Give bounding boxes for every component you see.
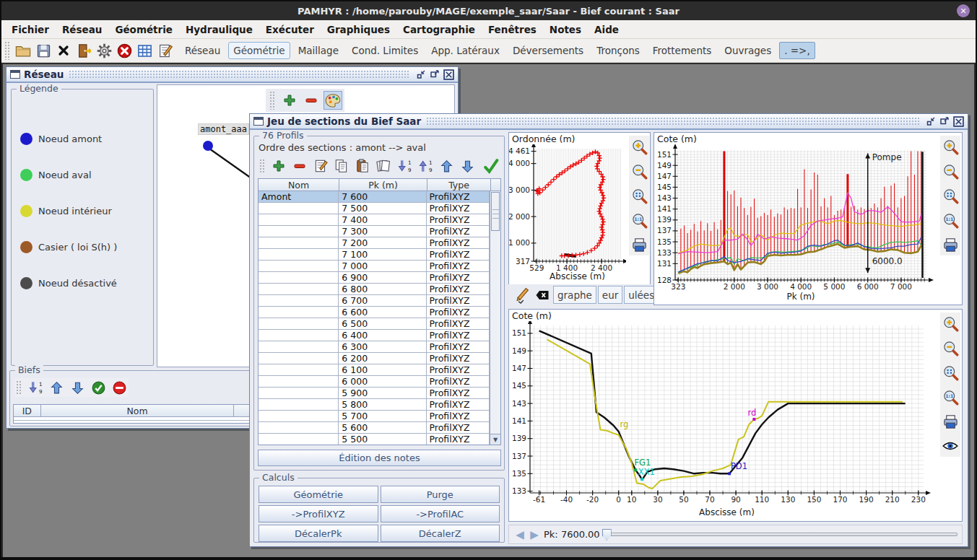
apply-check-icon[interactable] xyxy=(482,157,500,175)
menu-hydraulique[interactable]: Hydraulique xyxy=(180,22,259,38)
zoom-out-icon[interactable] xyxy=(941,338,960,357)
eye-icon[interactable] xyxy=(941,437,960,455)
win-min-icon[interactable] xyxy=(925,116,937,127)
cell[interactable] xyxy=(259,284,339,294)
move-up-icon[interactable] xyxy=(47,378,66,397)
biefs-column-nom[interactable]: Nom xyxy=(41,405,235,416)
gear-icon[interactable] xyxy=(95,41,113,60)
plan-tab-eur[interactable]: eur xyxy=(598,286,622,304)
calc-button-d-calerpk[interactable]: DécalerPk xyxy=(259,525,378,542)
section-row[interactable]: 5 700ProfilXYZ xyxy=(259,411,490,422)
toolbar-button-g-om-trie[interactable]: Géométrie xyxy=(228,42,290,59)
cell[interactable]: ProfilXYZ xyxy=(427,353,490,364)
toolbar-button-r-seau[interactable]: Réseau xyxy=(180,42,225,59)
app-titlebar[interactable]: PAMHYR : /home/parouby/MAGE/exemple_saar… xyxy=(1,1,976,20)
section-row[interactable]: 7 100ProfilXYZ xyxy=(259,249,490,261)
scrollbar-thumb[interactable] xyxy=(491,192,500,231)
cell[interactable]: 5 700 xyxy=(339,411,426,421)
paste-icon[interactable] xyxy=(353,157,372,175)
cell[interactable] xyxy=(259,295,339,306)
cell[interactable] xyxy=(259,353,339,364)
zoom-fit-icon[interactable] xyxy=(941,186,960,205)
door-exit-icon[interactable] xyxy=(74,41,93,60)
add-plus-icon[interactable] xyxy=(280,91,299,110)
cell[interactable]: 5 500 xyxy=(339,434,426,445)
cell[interactable]: ProfilXYZ xyxy=(427,272,490,283)
menu-fichier[interactable]: Fichier xyxy=(6,22,55,38)
edit-pencil-icon[interactable] xyxy=(513,286,531,305)
section-row[interactable]: 7 300ProfilXYZ xyxy=(259,226,490,237)
zoom-1-1-icon[interactable]: 1:1 xyxy=(941,388,960,406)
cell[interactable]: 6 100 xyxy=(339,364,426,375)
cross-section-plot[interactable]: -61-40-200103050709011013015017019021023… xyxy=(509,321,932,520)
cross-section-panel[interactable]: Cote (m) -61-40-200103050709011013015017… xyxy=(508,309,963,522)
zoom-fit-icon[interactable] xyxy=(630,186,648,205)
cell[interactable]: ProfilXYZ xyxy=(427,191,490,202)
cell[interactable] xyxy=(259,261,339,271)
cell[interactable]: ProfilXYZ xyxy=(427,318,490,329)
cell[interactable]: 6 300 xyxy=(339,341,426,352)
section-row[interactable]: 6 400ProfilXYZ xyxy=(259,330,490,341)
calc-button--profilxyz[interactable]: ->ProfilXYZ xyxy=(259,505,378,522)
section-row[interactable]: 6 500ProfilXYZ xyxy=(259,318,490,330)
win-close-icon[interactable] xyxy=(443,69,454,80)
stop-icon[interactable] xyxy=(115,41,134,60)
toolbar-button-app-lat-raux[interactable]: App. Latéraux xyxy=(426,42,505,59)
toolbar-drag-handle[interactable] xyxy=(4,41,11,60)
cell[interactable] xyxy=(259,237,339,248)
section-row[interactable]: 5 800ProfilXYZ xyxy=(259,399,490,411)
toolbar-button-tron-ons[interactable]: Tronçons xyxy=(591,42,645,59)
cell[interactable]: 6 900 xyxy=(339,272,426,283)
cell[interactable]: 5 800 xyxy=(339,399,426,410)
cell[interactable]: 6 600 xyxy=(339,307,426,318)
section-row[interactable]: 5 900ProfilXYZ xyxy=(259,388,490,399)
add-plus-icon[interactable] xyxy=(269,157,288,175)
pk-slider-thumb[interactable] xyxy=(602,529,612,541)
cell[interactable] xyxy=(259,341,339,352)
cell[interactable]: ProfilXYZ xyxy=(427,249,490,260)
menu-fenêtres[interactable]: Fenêtres xyxy=(482,22,542,38)
sections-column-nom[interactable]: Nom xyxy=(259,179,339,191)
calc-button-purge[interactable]: Purge xyxy=(381,486,500,503)
remove-minus-icon[interactable] xyxy=(290,157,309,175)
cell[interactable]: ProfilXYZ xyxy=(427,261,490,271)
reseau-window-titlebar[interactable]: Réseau xyxy=(6,67,458,83)
menu-graphiques[interactable]: Graphiques xyxy=(321,22,396,38)
copy-icon[interactable] xyxy=(332,157,351,175)
sort-down-icon[interactable]: 19 xyxy=(26,378,45,397)
cell[interactable]: ProfilXYZ xyxy=(427,422,490,433)
biefs-column-id[interactable]: ID xyxy=(14,405,41,416)
cell[interactable]: ProfilXYZ xyxy=(427,399,490,410)
cell[interactable] xyxy=(259,364,339,375)
section-row[interactable]: 6 700ProfilXYZ xyxy=(259,295,490,307)
move-up-icon[interactable] xyxy=(437,157,456,175)
plan-view-plot[interactable]: 5291 4002 4003171 0002 0003 0004 0004 46… xyxy=(509,144,626,284)
zoom-in-icon[interactable] xyxy=(941,137,960,156)
zoom-out-icon[interactable] xyxy=(941,162,960,180)
table-scrollbar[interactable]: ▼ xyxy=(490,191,500,445)
remove-minus-icon[interactable] xyxy=(302,91,321,110)
toolbar-button-frottements[interactable]: Frottements xyxy=(648,42,717,59)
cell[interactable] xyxy=(259,272,339,283)
move-down-icon[interactable] xyxy=(68,378,87,397)
cell[interactable] xyxy=(259,399,339,410)
section-row[interactable]: 5 600ProfilXYZ xyxy=(259,422,490,434)
sections-window-titlebar[interactable]: Jeu de sections du Bief Saar xyxy=(250,114,968,130)
win-max-icon[interactable] xyxy=(939,116,950,127)
cell[interactable] xyxy=(259,307,339,318)
section-row[interactable]: 7 000ProfilXYZ xyxy=(259,261,490,272)
cell[interactable] xyxy=(259,388,339,398)
edit-notes-button[interactable]: Édition des notes xyxy=(258,450,501,466)
cell[interactable]: 6 700 xyxy=(339,295,426,306)
zoom-1-1-icon[interactable]: 1:1 xyxy=(630,211,648,229)
cell[interactable]: ProfilXYZ xyxy=(427,330,490,341)
section-row[interactable]: 6 000ProfilXYZ xyxy=(259,376,490,388)
cell[interactable]: ProfilXYZ xyxy=(427,388,490,398)
cell[interactable]: 5 900 xyxy=(339,388,426,398)
toolbar-button-ouvrages[interactable]: Ouvrages xyxy=(719,42,776,59)
cell[interactable]: ProfilXYZ xyxy=(427,237,490,248)
toolbar-button-maillage[interactable]: Maillage xyxy=(293,42,344,59)
save-floppy-icon[interactable] xyxy=(34,41,53,60)
menu-réseau[interactable]: Réseau xyxy=(56,22,108,38)
sections-column-pk[interactable]: Pk (m) xyxy=(339,179,427,191)
